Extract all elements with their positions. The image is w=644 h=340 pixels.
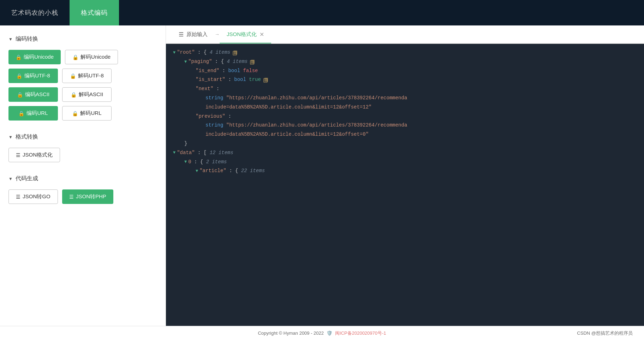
lock-icon-4: 🔒: [70, 73, 76, 79]
copy-icon-root[interactable]: [232, 50, 238, 55]
tab-arrow: →: [215, 31, 220, 37]
footer: Copyright © Hyman 2009 - 2022 🛡️ 闽ICP备20…: [0, 326, 644, 340]
json-line-previous-val1: string "https://zhuanlan.zhihu.com/api/a…: [166, 121, 644, 130]
svg-rect-1: [234, 51, 237, 54]
sidebar-section-format: ▼ 格式转换 ☰ JSON格式化: [0, 129, 166, 168]
json-line-previous-key: "previous" :: [166, 112, 644, 121]
footer-center: Copyright © Hyman 2009 - 2022 🛡️ 闽ICP备20…: [258, 330, 386, 336]
list-icon-3: ☰: [69, 194, 74, 200]
tab-raw-input[interactable]: ☰ 原始输入: [172, 26, 215, 43]
copy-icon-isstart[interactable]: [263, 77, 269, 83]
chevron-down-icon-2: ▼: [8, 135, 13, 140]
lock-icon-2: 🔒: [72, 54, 78, 60]
footer-icp[interactable]: 闽ICP备2020020970号-1: [335, 330, 386, 336]
svg-rect-5: [264, 78, 268, 82]
decode-unicode-button[interactable]: 🔒 解码Unicode: [65, 50, 118, 64]
list-icon-2: ☰: [16, 194, 20, 200]
decode-utf8-button[interactable]: 🔒 解码UTF-8: [62, 69, 112, 83]
sidebar-codegen-buttons: ☰ JSON转GO ☰ JSON转PHP: [0, 187, 166, 210]
toggle-root[interactable]: ▼: [173, 49, 175, 56]
decode-ascii-button[interactable]: 🔒 解码ASCII: [62, 87, 112, 102]
nav-item-format[interactable]: 格式编码: [70, 0, 119, 25]
sidebar-section-codegen-label: 代码生成: [16, 175, 38, 182]
lock-icon-8: 🔒: [72, 111, 78, 116]
json-to-go-button[interactable]: ☰ JSON转GO: [8, 189, 58, 204]
sidebar-section-encoding: ▼ 编码转换 🔒 编码Unicode 🔒 解码Unicode 🔒 编码UTF-8…: [0, 31, 166, 126]
json-line-previous-val2: include=data%5B%2A%5D.article.column&lim…: [166, 130, 644, 139]
json-line-root: ▼ "root" : { 4 items: [166, 48, 644, 57]
chevron-down-icon-3: ▼: [8, 176, 13, 181]
json-to-php-button[interactable]: ☰ JSON转PHP: [62, 189, 113, 204]
tab-bar: ☰ 原始输入 → JSON格式化 ✕: [166, 25, 644, 44]
main-layout: ▼ 编码转换 🔒 编码Unicode 🔒 解码Unicode 🔒 编码UTF-8…: [0, 25, 644, 326]
sidebar-section-encoding-header[interactable]: ▼ 编码转换: [0, 31, 166, 47]
json-format-button[interactable]: ☰ JSON格式化: [8, 148, 60, 162]
lock-icon-5: 🔒: [17, 92, 23, 98]
sidebar-section-codegen: ▼ 代码生成 ☰ JSON转GO ☰ JSON转PHP: [0, 171, 166, 210]
tab-json-format[interactable]: JSON格式化 ✕: [220, 26, 271, 43]
toggle-data-0[interactable]: ▼: [184, 158, 187, 165]
json-line-data: ▼ "data" : [ 12 items: [166, 148, 644, 158]
list-icon-tab: ☰: [179, 31, 184, 38]
copy-icon-paging[interactable]: [250, 59, 255, 65]
brand-logo: 艺术码农的小栈: [0, 0, 70, 25]
json-viewer[interactable]: ▼ "root" : { 4 items ▼ "paging" : { 4 it…: [166, 44, 644, 326]
json-line-data-0: ▼ 0 : { 2 items: [166, 158, 644, 167]
encode-url-button[interactable]: 🔒 编码URL: [8, 106, 58, 121]
shield-icon: 🛡️: [327, 330, 332, 336]
sidebar: ▼ 编码转换 🔒 编码Unicode 🔒 解码Unicode 🔒 编码UTF-8…: [0, 25, 166, 326]
json-line-paging-close: }: [166, 139, 644, 148]
sidebar-section-codegen-header[interactable]: ▼ 代码生成: [0, 171, 166, 187]
footer-csdn: CSDN @想搞艺术的程序员: [386, 330, 633, 336]
sidebar-section-encoding-label: 编码转换: [16, 35, 38, 43]
json-line-article: ▼ "article" : { 22 items: [166, 166, 644, 176]
content-area: ☰ 原始输入 → JSON格式化 ✕ ▼ "root" : { 4 items: [166, 25, 644, 326]
tab-raw-input-label: 原始输入: [186, 31, 208, 38]
sidebar-encoding-buttons: 🔒 编码Unicode 🔒 解码Unicode 🔒 编码UTF-8 🔒 解码UT…: [0, 47, 166, 126]
lock-icon: 🔒: [16, 54, 22, 60]
json-line-isstart: "is_start" : bool true: [166, 75, 644, 84]
lock-icon-6: 🔒: [71, 92, 77, 98]
tab-json-format-label: JSON格式化: [227, 31, 257, 38]
lock-icon-3: 🔒: [16, 73, 22, 79]
encode-ascii-button[interactable]: 🔒 编码ASCII: [8, 87, 58, 102]
encode-utf8-button[interactable]: 🔒 编码UTF-8: [8, 69, 58, 83]
json-line-paging: ▼ "paging" : { 4 items: [166, 57, 644, 66]
toggle-paging[interactable]: ▼: [184, 58, 187, 65]
toggle-data[interactable]: ▼: [173, 149, 175, 156]
toggle-article[interactable]: ▼: [196, 168, 198, 175]
header: 艺术码农的小栈 格式编码: [0, 0, 644, 25]
json-line-next-val2: include=data%5B%2A%5D.article.column&lim…: [166, 103, 644, 112]
list-icon: ☰: [16, 152, 20, 158]
encode-unicode-button[interactable]: 🔒 编码Unicode: [8, 50, 61, 64]
lock-icon-7: 🔒: [18, 111, 24, 116]
svg-rect-3: [251, 60, 255, 64]
footer-copyright: Copyright © Hyman 2009 - 2022: [258, 330, 324, 336]
sidebar-format-buttons: ☰ JSON格式化: [0, 145, 166, 168]
sidebar-section-format-header[interactable]: ▼ 格式转换: [0, 129, 166, 145]
sidebar-section-format-label: 格式转换: [16, 133, 38, 141]
decode-url-button[interactable]: 🔒 解码URL: [62, 106, 112, 121]
tab-close-icon[interactable]: ✕: [260, 31, 264, 38]
json-line-next-val1: string "https://zhuanlan.zhihu.com/api/a…: [166, 94, 644, 103]
json-line-next-key: "next" :: [166, 84, 644, 94]
json-line-isend: "is_end" : bool false: [166, 66, 644, 76]
chevron-down-icon: ▼: [8, 37, 13, 42]
